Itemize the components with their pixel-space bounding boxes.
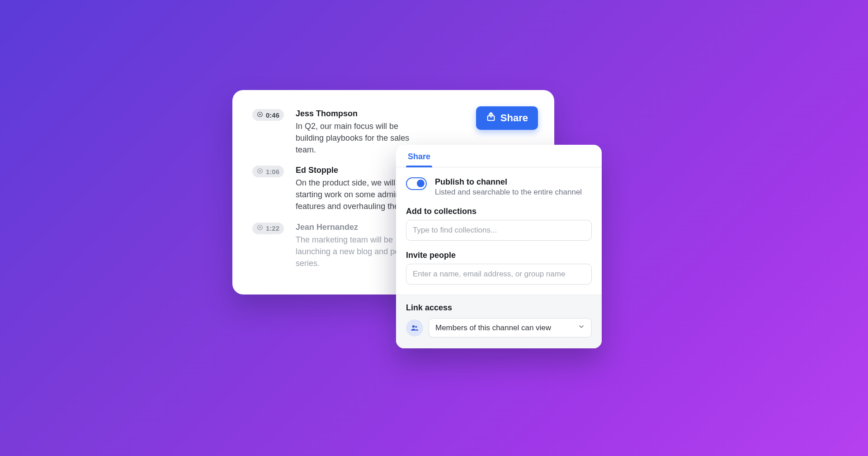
play-icon <box>257 224 263 232</box>
invite-label: Invite people <box>406 251 592 260</box>
timestamp-chip[interactable]: 1:06 <box>252 166 284 177</box>
people-icon <box>406 319 423 337</box>
link-access-section: Link access Members of this channel can … <box>396 294 602 348</box>
svg-point-5 <box>415 326 417 328</box>
publish-title: Publish to channel <box>435 177 582 187</box>
share-panel: Share Publish to channel Listed and sear… <box>396 145 602 348</box>
play-icon <box>257 111 263 119</box>
tab-share[interactable]: Share <box>406 145 432 167</box>
invite-input[interactable] <box>406 264 592 285</box>
publish-to-channel-row: Publish to channel Listed and searchable… <box>406 177 592 197</box>
tab-share-label: Share <box>408 152 430 161</box>
timestamp-value: 0:46 <box>266 111 279 119</box>
collections-label: Add to collections <box>406 207 592 216</box>
invite-people-block: Invite people <box>406 251 592 285</box>
timestamp-chip[interactable]: 1:22 <box>252 223 284 234</box>
share-button-label: Share <box>500 112 528 124</box>
add-to-collections-block: Add to collections <box>406 207 592 241</box>
link-access-selected: Members of this channel can view <box>435 323 551 332</box>
timestamp-chip[interactable]: 0:46 <box>252 109 284 121</box>
collections-input[interactable] <box>406 220 592 241</box>
chevron-down-icon <box>578 323 585 332</box>
publish-toggle[interactable] <box>406 177 427 190</box>
speaker-name: Jess Thompson <box>296 109 422 119</box>
play-icon <box>257 168 263 176</box>
toggle-knob <box>417 180 425 187</box>
publish-subtitle: Listed and searchable to the entire chan… <box>435 188 582 197</box>
share-tabs: Share <box>396 145 602 167</box>
share-icon <box>486 112 496 124</box>
timestamp-value: 1:22 <box>266 224 279 232</box>
link-access-label: Link access <box>406 303 592 313</box>
share-button[interactable]: Share <box>476 106 538 130</box>
link-access-select[interactable]: Members of this channel can view <box>429 318 592 337</box>
timestamp-value: 1:06 <box>266 168 279 176</box>
svg-point-4 <box>412 325 415 328</box>
